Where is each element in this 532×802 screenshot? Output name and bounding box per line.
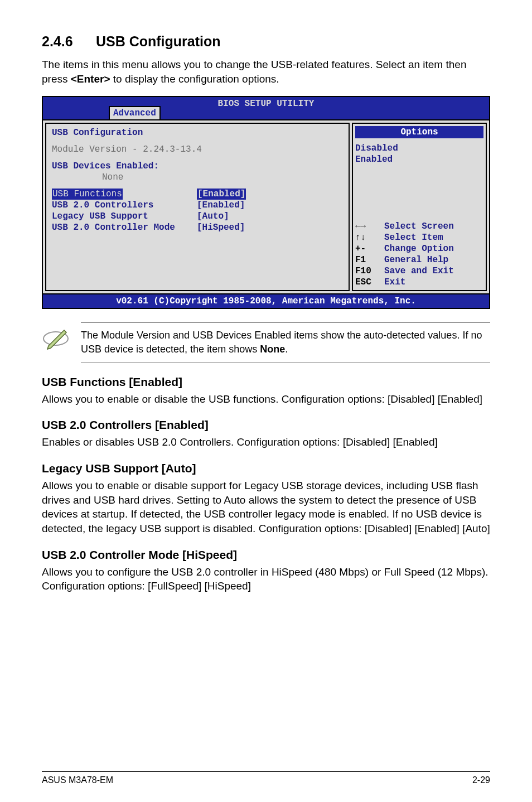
note-text: The Module Version and USB Devices Enabl…	[81, 322, 490, 363]
bios-key-desc: Select Screen	[384, 221, 454, 232]
subbody: Enables or disables USB 2.0 Controllers.…	[42, 435, 490, 450]
bios-item-label: USB 2.0 Controllers	[52, 200, 197, 211]
bios-row: Legacy USB Support [Auto]	[52, 211, 343, 222]
bios-devices-value: None	[52, 172, 343, 183]
bios-option: Disabled	[355, 143, 483, 154]
bios-item-value: [Auto]	[197, 211, 229, 222]
footer-right: 2-29	[472, 775, 490, 785]
bios-key: ↑↓	[355, 232, 384, 243]
bios-item-value: [Enabled]	[197, 189, 246, 200]
section-number: 2.4.6	[42, 33, 92, 50]
bios-utility-title: BIOS SETUP UTILITY	[218, 99, 315, 109]
bios-tab-advanced: Advanced	[109, 106, 161, 119]
bios-item-value: [Enabled]	[197, 200, 245, 211]
section-heading: 2.4.6 USB Configuration	[42, 33, 490, 50]
bios-key-desc: Exit	[384, 277, 405, 288]
bios-key-legend: ←→Select Screen ↑↓Select Item +-Change O…	[355, 221, 483, 288]
bios-item-label: USB Functions	[52, 189, 123, 200]
bios-row: USB 2.0 Controllers [Enabled]	[52, 200, 343, 211]
note-block: The Module Version and USB Devices Enabl…	[42, 322, 490, 363]
bios-options-header: Options	[355, 126, 483, 138]
bios-key: +-	[355, 243, 384, 254]
subheading: USB Functions [Enabled]	[42, 375, 490, 389]
bios-left-pane: USB Configuration Module Version - 2.24.…	[45, 123, 350, 291]
section-title-text: USB Configuration	[96, 33, 221, 49]
subbody: Allows you to configure the USB 2.0 cont…	[42, 565, 490, 593]
subheading: USB 2.0 Controller Mode [HiSpeed]	[42, 548, 490, 562]
subheading: USB 2.0 Controllers [Enabled]	[42, 418, 490, 432]
bios-utility-box: BIOS SETUP UTILITY Advanced USB Configur…	[42, 96, 490, 309]
bios-key: F1	[355, 254, 384, 265]
footer-left: ASUS M3A78-EM	[42, 775, 113, 785]
bios-cfg-title: USB Configuration	[52, 127, 343, 138]
page-footer: ASUS M3A78-EM 2-29	[42, 771, 490, 785]
subheading: Legacy USB Support [Auto]	[42, 462, 490, 475]
subbody: Allows you to enable or disable the USB …	[42, 392, 490, 407]
note-bold: None	[260, 344, 285, 355]
bios-key-desc: Save and Exit	[384, 265, 454, 277]
bios-header: BIOS SETUP UTILITY Advanced	[43, 97, 489, 119]
pencil-note-icon	[42, 325, 70, 352]
bios-key-desc: Select Item	[384, 232, 443, 243]
bios-key-desc: Change Option	[384, 243, 454, 254]
bios-key: F10	[355, 265, 384, 277]
bios-key: ←→	[355, 221, 384, 232]
bios-body: USB Configuration Module Version - 2.24.…	[43, 119, 489, 293]
bios-item-value: [HiSpeed]	[197, 222, 245, 233]
bios-row: USB Functions [Enabled]	[52, 189, 343, 200]
bios-module-version: Module Version - 2.24.3-13.4	[52, 144, 343, 155]
bios-option: Enabled	[355, 154, 483, 165]
bios-devices-title: USB Devices Enabled:	[52, 161, 343, 172]
bios-footer: v02.61 (C)Copyright 1985-2008, American …	[43, 293, 489, 308]
bios-right-pane: Options Disabled Enabled ←→Select Screen…	[352, 123, 487, 291]
intro-paragraph: The items in this menu allows you to cha…	[42, 57, 490, 86]
subbody: Allows you to enable or disable support …	[42, 479, 490, 536]
bios-key-desc: General Help	[384, 254, 448, 265]
bios-item-label: Legacy USB Support	[52, 211, 197, 222]
bios-key: ESC	[355, 277, 384, 288]
bios-item-label: USB 2.0 Controller Mode	[52, 222, 197, 233]
bios-row: USB 2.0 Controller Mode [HiSpeed]	[52, 222, 343, 233]
